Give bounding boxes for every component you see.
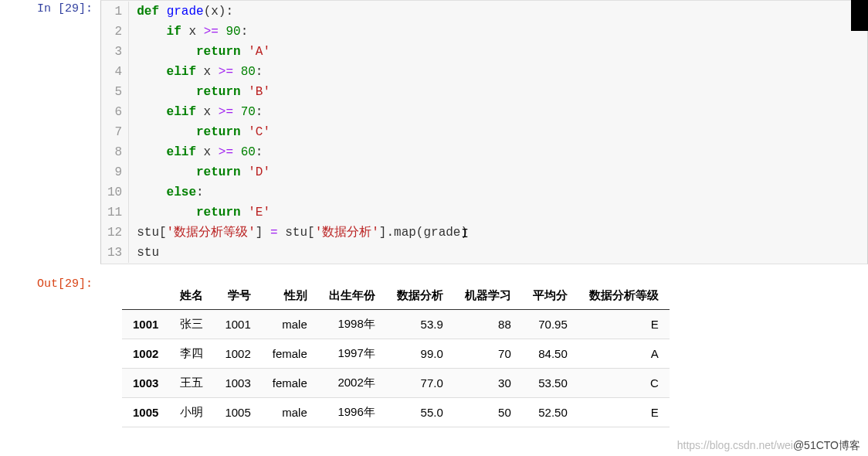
table-cell: 70.95 <box>522 310 578 339</box>
line-number: 1 <box>107 2 122 22</box>
output-area: 姓名学号性别出生年份数据分析机器学习平均分数据分析等级 1001张三1001ma… <box>100 275 868 427</box>
row-index: 1005 <box>122 398 169 427</box>
table-cell: male <box>262 310 318 339</box>
table-cell: female <box>262 369 318 398</box>
table-cell: 53.9 <box>386 310 454 339</box>
code-line[interactable]: stu['数据分析等级'] = stu['数据分析'].map(grade) <box>137 223 468 243</box>
code-line[interactable]: return 'E' <box>137 202 468 223</box>
table-cell: 53.50 <box>522 369 578 398</box>
line-number: 3 <box>107 42 122 62</box>
table-cell: 1001 <box>214 310 261 339</box>
dataframe-table: 姓名学号性别出生年份数据分析机器学习平均分数据分析等级 1001张三1001ma… <box>122 281 670 427</box>
code-line[interactable]: return 'A' <box>137 42 468 62</box>
table-cell: 1002 <box>214 339 261 369</box>
table-cell: 55.0 <box>386 398 454 427</box>
code-cell[interactable]: 12345678910111213 def grade(x): if x >= … <box>100 0 868 264</box>
table-cell: male <box>262 398 318 427</box>
input-prompt: In [29]: <box>0 0 100 15</box>
line-number-gutter: 12345678910111213 <box>101 2 129 263</box>
input-cell: In [29]: 12345678910111213 def grade(x):… <box>0 0 868 264</box>
code-line[interactable]: def grade(x): <box>137 2 468 22</box>
watermark-dark: @51CTO博客 <box>793 439 860 451</box>
table-cell: 84.50 <box>522 339 578 369</box>
line-number: 9 <box>107 162 122 182</box>
table-cell: E <box>578 398 670 427</box>
table-column-header: 数据分析 <box>386 281 454 310</box>
code-line[interactable]: stu <box>137 243 468 263</box>
table-cell: 王五 <box>169 369 214 398</box>
row-index: 1001 <box>122 310 169 339</box>
line-number: 5 <box>107 82 122 102</box>
code-line[interactable]: return 'B' <box>137 82 468 102</box>
table-cell: E <box>578 310 670 339</box>
code-line[interactable]: if x >= 90: <box>137 22 468 42</box>
code-line[interactable]: elif x >= 80: <box>137 62 468 82</box>
code-line[interactable]: elif x >= 60: <box>137 142 468 162</box>
table-cell: 1005 <box>214 398 261 427</box>
line-number: 10 <box>107 182 122 202</box>
table-cell: 1996年 <box>318 398 386 427</box>
row-index: 1003 <box>122 369 169 398</box>
line-number: 2 <box>107 22 122 42</box>
table-cell: 70 <box>454 339 522 369</box>
table-cell: 1003 <box>214 369 261 398</box>
code-line[interactable]: elif x >= 70: <box>137 102 468 122</box>
line-number: 8 <box>107 142 122 162</box>
table-cell: 52.50 <box>522 398 578 427</box>
watermark-light: https://blog.csdn.net/wei <box>677 439 793 451</box>
text-cursor-icon: I <box>461 224 462 241</box>
table-column-header: 性别 <box>262 281 318 310</box>
table-column-header: 机器学习 <box>454 281 522 310</box>
table-cell: 77.0 <box>386 369 454 398</box>
table-row: 1005小明1005male1996年55.05052.50E <box>122 398 670 427</box>
table-cell: A <box>578 339 670 369</box>
table-column-header: 数据分析等级 <box>578 281 670 310</box>
table-row: 1003王五1003female2002年77.03053.50C <box>122 369 670 398</box>
table-column-header: 平均分 <box>522 281 578 310</box>
table-cell: 1998年 <box>318 310 386 339</box>
code-editor-content[interactable]: def grade(x): if x >= 90: return 'A' eli… <box>129 2 468 263</box>
table-cell: 小明 <box>169 398 214 427</box>
output-cell: Out[29]: 姓名学号性别出生年份数据分析机器学习平均分数据分析等级 100… <box>0 275 868 427</box>
thumbnail-strip <box>851 0 868 31</box>
table-cell: 李四 <box>169 339 214 369</box>
table-cell: C <box>578 369 670 398</box>
line-number: 13 <box>107 243 122 263</box>
code-line[interactable]: return 'D' <box>137 162 468 182</box>
table-cell: 1997年 <box>318 339 386 369</box>
code-line[interactable]: else: <box>137 182 468 202</box>
table-column-header: 出生年份 <box>318 281 386 310</box>
table-cell: 99.0 <box>386 339 454 369</box>
table-cell: 张三 <box>169 310 214 339</box>
line-number: 7 <box>107 122 122 142</box>
table-cell: 50 <box>454 398 522 427</box>
watermark: https://blog.csdn.net/wei@51CTO博客 <box>677 439 860 453</box>
table-column-header: 姓名 <box>169 281 214 310</box>
line-number: 6 <box>107 102 122 122</box>
table-header-row: 姓名学号性别出生年份数据分析机器学习平均分数据分析等级 <box>122 281 670 310</box>
row-index: 1002 <box>122 339 169 369</box>
code-line[interactable]: return 'C' <box>137 122 468 142</box>
output-prompt: Out[29]: <box>0 275 100 291</box>
table-cell: female <box>262 339 318 369</box>
line-number: 4 <box>107 62 122 82</box>
table-index-header <box>122 281 169 310</box>
table-row: 1002李四1002female1997年99.07084.50A <box>122 339 670 369</box>
line-number: 11 <box>107 202 122 223</box>
line-number: 12 <box>107 223 122 243</box>
table-column-header: 学号 <box>214 281 261 310</box>
table-cell: 88 <box>454 310 522 339</box>
table-row: 1001张三1001male1998年53.98870.95E <box>122 310 670 339</box>
table-cell: 30 <box>454 369 522 398</box>
table-cell: 2002年 <box>318 369 386 398</box>
